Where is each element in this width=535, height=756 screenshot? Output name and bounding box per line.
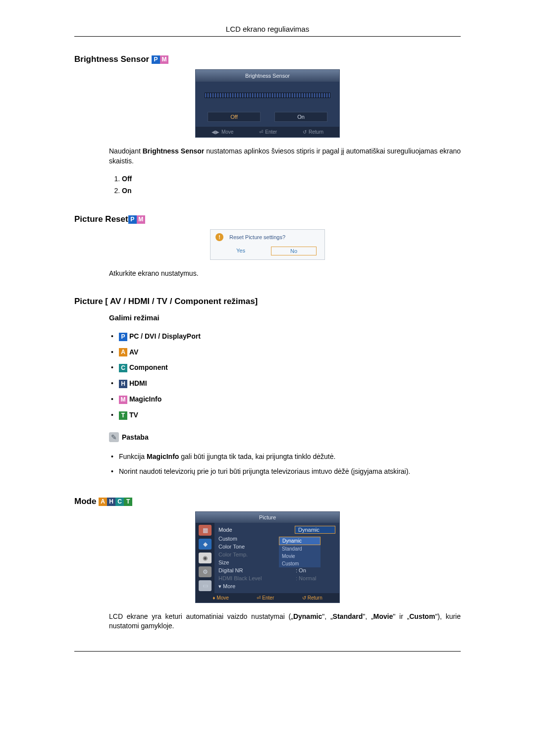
m-badge-icon: M [119, 396, 127, 404]
m-badge-icon: M [160, 55, 168, 64]
brightness-osd: Brightness Sensor Off On ◀▶ Move ⏎ Enter… [195, 69, 340, 138]
reset-osd: ! Reset Picture settings? Yes No [210, 229, 325, 260]
available-modes-subtitle: Galimi režimai [109, 313, 461, 322]
note-label: Pastaba [122, 433, 149, 441]
dropdown-standard[interactable]: Standard [279, 545, 321, 553]
h-badge-icon: H [119, 380, 127, 388]
osd-mode-value: Dynamic [295, 526, 335, 534]
osd-row-digitalnr[interactable]: Digital NR: On [218, 566, 335, 574]
notes-list: Funkcija MagicInfo gali būti įjungta tik… [109, 449, 461, 479]
mode-osd-sidebar: ▦ ◆ ◉ ⚙ ▭ [196, 523, 214, 593]
a-badge-icon: A [99, 498, 107, 506]
warning-icon: ! [215, 233, 223, 241]
brightness-desc: Naudojant Brightness Sensor nustatomas a… [109, 147, 461, 166]
brightness-option-on: On [122, 185, 461, 197]
c-badge-icon: C [119, 364, 127, 372]
brightness-osd-slider[interactable] [205, 93, 330, 98]
t-badge-icon: T [124, 498, 132, 506]
mode-heading-text: Mode [74, 497, 96, 506]
bottom-rule [74, 651, 461, 652]
p-badge-icon: P [152, 55, 160, 64]
p-badge-icon: P [119, 333, 127, 341]
note-icon: ✎ [109, 432, 119, 442]
brightness-osd-on[interactable]: On [274, 112, 327, 122]
mode-osd: Picture ▦ ◆ ◉ ⚙ ▭ Mode Dynamic Custom Co… [195, 511, 340, 603]
dropdown-custom[interactable]: Custom [279, 560, 321, 567]
mode-tv: T TV [119, 407, 461, 423]
h-badge-icon: H [107, 498, 115, 506]
brightness-osd-off[interactable]: Off [208, 112, 261, 122]
mode-dropdown: Dynamic Standard Movie Custom [279, 537, 321, 567]
top-rule [74, 36, 461, 37]
reset-no-button[interactable]: No [271, 247, 317, 255]
brightness-options-list: Off On [109, 173, 461, 197]
p-badge-icon: P [128, 215, 137, 224]
osd-foot-move: ◀▶ Move [212, 129, 233, 135]
page-header: LCD ekrano reguliavimas [74, 25, 461, 33]
sidebar-picture-icon[interactable]: ▦ [199, 525, 212, 536]
modes-list: P PC / DVI / DisplayPort A AV C Componen… [109, 329, 461, 423]
osd-foot-return: ↺ Return [302, 595, 322, 601]
mode-hdmi: H HDMI [119, 376, 461, 392]
sidebar-sound-icon[interactable]: ◆ [199, 539, 212, 550]
picture-modes-heading: Picture [ AV / HDMI / TV / Component rež… [74, 297, 461, 306]
mode-heading: Mode AHCT [74, 497, 461, 506]
c-badge-icon: C [115, 498, 124, 506]
t-badge-icon: T [119, 411, 127, 420]
osd-row-mode[interactable]: Mode Dynamic [218, 525, 335, 535]
sidebar-settings-icon[interactable]: ⚙ [199, 566, 212, 577]
brightness-sensor-heading-text: Brightness Sensor [74, 54, 149, 64]
dropdown-movie[interactable]: Movie [279, 553, 321, 560]
a-badge-icon: A [119, 348, 127, 356]
dropdown-dynamic[interactable]: Dynamic [279, 537, 321, 545]
brightness-sensor-heading: Brightness Sensor PM [74, 54, 461, 64]
reset-desc: Atkurkite ekrano nustatymus. [109, 269, 461, 279]
note-1: Funkcija MagicInfo gali būti įjungta tik… [119, 449, 461, 464]
reset-osd-question: Reset Picture settings? [229, 234, 285, 240]
mode-pc: P PC / DVI / DisplayPort [119, 329, 461, 345]
brightness-osd-title: Brightness Sensor [196, 70, 339, 82]
sidebar-input-icon[interactable]: ▭ [199, 580, 212, 591]
brightness-option-off: Off [122, 173, 461, 185]
picture-reset-heading-text: Picture Reset [74, 214, 128, 224]
sidebar-setup-icon[interactable]: ◉ [199, 553, 212, 563]
mode-component: C Component [119, 360, 461, 376]
reset-yes-button[interactable]: Yes [218, 247, 263, 255]
mode-av: A AV [119, 345, 461, 360]
osd-foot-enter: ⏎ Enter [259, 129, 277, 135]
osd-row-hdmiblack: HDMI Black Level: Normal [218, 574, 335, 582]
mode-desc: LCD ekrane yra keturi automatiniai vaizd… [109, 612, 461, 631]
note-2: Norint naudoti televizorių prie jo turi … [119, 464, 461, 479]
m-badge-icon: M [137, 215, 145, 224]
osd-foot-enter: ⏎ Enter [257, 595, 274, 601]
note-row: ✎ Pastaba [109, 432, 461, 442]
mode-osd-rows: Mode Dynamic Custom Color Tone Color Tem… [214, 523, 339, 593]
osd-foot-move: ♦ Move [213, 595, 229, 601]
picture-reset-heading: Picture ResetPM [74, 214, 461, 224]
osd-foot-return: ↺ Return [303, 129, 323, 135]
mode-magicinfo: M MagicInfo [119, 392, 461, 407]
mode-osd-title: Picture [196, 512, 339, 523]
osd-row-more[interactable]: ▾ More [218, 582, 335, 591]
